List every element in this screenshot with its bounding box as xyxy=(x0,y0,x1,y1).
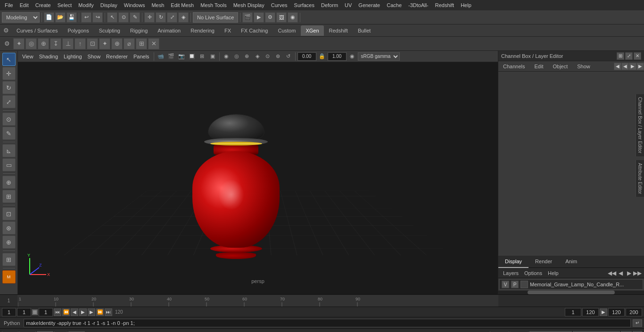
rect-sel-btn[interactable]: ▭ xyxy=(2,158,16,171)
vp-menu-view[interactable]: View xyxy=(20,53,36,60)
snap-btn2[interactable]: ⊕ xyxy=(2,235,16,249)
layer-arr-btn4[interactable]: ▶▶ xyxy=(634,269,641,277)
menu-edit-mesh[interactable]: Edit Mesh xyxy=(168,1,197,9)
frame-start-field[interactable] xyxy=(2,308,16,316)
cb-icon1[interactable]: ◀ xyxy=(614,63,621,70)
menu-cache[interactable]: Cache xyxy=(384,1,405,9)
camera-val2[interactable] xyxy=(328,52,347,61)
menu-modify[interactable]: Modify xyxy=(75,1,96,9)
menu-windows[interactable]: Windows xyxy=(121,1,148,9)
save-scene-btn[interactable]: 💾 xyxy=(66,12,77,23)
layer-arr-btn3[interactable]: ▶ xyxy=(625,269,633,277)
layers-menu-help[interactable]: Help xyxy=(546,270,561,276)
anim-range-end[interactable] xyxy=(582,308,599,316)
vp-menu-shading[interactable]: Shading xyxy=(37,53,60,60)
move-tool-btn[interactable]: ✛ xyxy=(144,12,155,23)
magnet-btn[interactable]: ⊛ xyxy=(2,221,16,235)
vp-icon1[interactable]: 📹 xyxy=(156,52,165,61)
vp-icon2[interactable]: 🎬 xyxy=(166,52,176,61)
menu-display[interactable]: Display xyxy=(98,1,120,9)
menu-generate[interactable]: Generate xyxy=(355,1,383,9)
vp-shading4[interactable]: ◈ xyxy=(253,52,262,61)
tab-animation[interactable]: Animation xyxy=(153,25,185,36)
tab-fx-caching[interactable]: FX Caching xyxy=(236,25,272,36)
paint-btn[interactable]: ✎ xyxy=(2,127,16,140)
paint-sel-btn[interactable]: ✎ xyxy=(130,12,140,23)
xgen-icon6[interactable]: ↑ xyxy=(74,38,86,49)
render-btn[interactable]: 🎬 xyxy=(242,12,253,23)
disp-tab-render[interactable]: Render xyxy=(528,256,559,268)
frame-input[interactable] xyxy=(39,308,53,316)
lasso-btn[interactable]: ⊙ xyxy=(118,12,129,23)
layer-arr-btn1[interactable]: ◀◀ xyxy=(608,269,616,277)
transport-prev[interactable]: ◀ xyxy=(71,308,78,316)
xgen-icon7[interactable]: ⊡ xyxy=(87,38,98,49)
vp-menu-renderer[interactable]: Renderer xyxy=(104,53,130,60)
transport-first[interactable]: ⏮ xyxy=(54,308,61,316)
camera-val1[interactable] xyxy=(297,52,316,61)
universal-manip-btn[interactable]: ◈ xyxy=(178,12,189,23)
soft-sel-btn[interactable]: ⊙ xyxy=(2,113,16,126)
menu-select[interactable]: Select xyxy=(55,1,75,9)
xgen-icon12[interactable]: ✕ xyxy=(148,38,159,49)
component-btn[interactable]: ⊞ xyxy=(2,190,16,203)
select-btn[interactable]: ↖ xyxy=(107,12,117,23)
vp-shading1[interactable]: ◉ xyxy=(222,52,231,61)
scale-tool-btn[interactable]: ⤢ xyxy=(167,12,177,23)
cb-icon4[interactable]: ▶ xyxy=(636,63,644,70)
vp-menu-panels[interactable]: Panels xyxy=(131,53,152,60)
menu-mesh[interactable]: Mesh xyxy=(149,1,167,9)
tab-bullet[interactable]: Bullet xyxy=(353,25,376,36)
tab-settings-btn[interactable]: ⚙ xyxy=(1,25,11,36)
rotate-tool-left-btn[interactable]: ↻ xyxy=(2,81,16,94)
vp-shading3[interactable]: ⊕ xyxy=(242,52,252,61)
vp-shading2[interactable]: ◎ xyxy=(232,52,241,61)
cb-sub-channels[interactable]: Channels xyxy=(498,62,529,71)
menu-file[interactable]: File xyxy=(2,1,16,9)
channel-box-close-btn[interactable]: ✕ xyxy=(634,52,641,60)
xgen-icon2[interactable]: ◎ xyxy=(25,38,37,49)
tab-redshift[interactable]: Redshift xyxy=(324,25,353,36)
xgen-icon5[interactable]: ⊥ xyxy=(62,38,74,49)
menu-curves[interactable]: Curves xyxy=(268,1,290,9)
menu-deform[interactable]: Deform xyxy=(318,1,341,9)
menu-mesh-tools[interactable]: Mesh Tools xyxy=(198,1,229,9)
ipr-btn[interactable]: ▶ xyxy=(254,12,264,23)
multi-component-btn[interactable]: ⊕ xyxy=(2,176,16,189)
attribute-editor-side-tab[interactable]: Attribute Editor xyxy=(636,160,644,197)
transport-next-key[interactable]: ⏩ xyxy=(96,308,104,316)
undo-btn[interactable]: ↩ xyxy=(81,12,91,23)
menu-3dtoall[interactable]: -3DtoAll- xyxy=(405,1,431,9)
menu-create[interactable]: Create xyxy=(33,1,54,9)
xgen-icon8[interactable]: ✦ xyxy=(99,38,110,49)
channel-box-side-tab[interactable]: Channel Box / Layer Editor xyxy=(636,94,644,156)
menu-uv[interactable]: UV xyxy=(342,1,355,9)
vp-icon4[interactable]: 🔲 xyxy=(187,52,197,61)
menu-mesh-display[interactable]: Mesh Display xyxy=(231,1,267,9)
layer-arr-btn2[interactable]: ◀ xyxy=(617,269,624,277)
tab-curves-surfaces[interactable]: Curves / Surfaces xyxy=(12,25,62,36)
xgen-icon1[interactable]: ✦ xyxy=(13,38,25,49)
xgen-icon3[interactable]: ⊕ xyxy=(38,38,49,49)
vp-menu-show[interactable]: Show xyxy=(85,53,103,60)
cmd-submit-btn[interactable]: ↵ xyxy=(633,319,642,327)
anim-range-max2[interactable] xyxy=(626,308,642,316)
xgen-icon11[interactable]: ⊞ xyxy=(136,38,147,49)
snap-to-grid-btn[interactable]: ⊡ xyxy=(2,207,16,220)
select-tool-btn[interactable]: ↖ xyxy=(2,53,16,66)
rotate-tool-btn[interactable]: ↻ xyxy=(156,12,166,23)
cb-sub-object[interactable]: Object xyxy=(548,62,572,71)
vp-icon6[interactable]: ▣ xyxy=(208,52,217,61)
connect-btn[interactable]: ⊞ xyxy=(2,253,16,266)
vp-shading5[interactable]: ⊙ xyxy=(263,52,272,61)
vp-icon3[interactable]: 📷 xyxy=(177,52,186,61)
frame-current-field[interactable] xyxy=(17,308,31,316)
anim-range-max[interactable] xyxy=(608,308,625,316)
vp-menu-lighting[interactable]: Lighting xyxy=(61,53,84,60)
layer-color-swatch[interactable] xyxy=(520,281,528,288)
color-space-dropdown[interactable]: sRGB gamma xyxy=(358,52,400,61)
menu-surfaces[interactable]: Surfaces xyxy=(291,1,317,9)
new-scene-btn[interactable]: 📄 xyxy=(44,12,54,23)
menu-help[interactable]: Help xyxy=(458,1,474,9)
maya-logo-btn[interactable]: M xyxy=(2,270,16,283)
